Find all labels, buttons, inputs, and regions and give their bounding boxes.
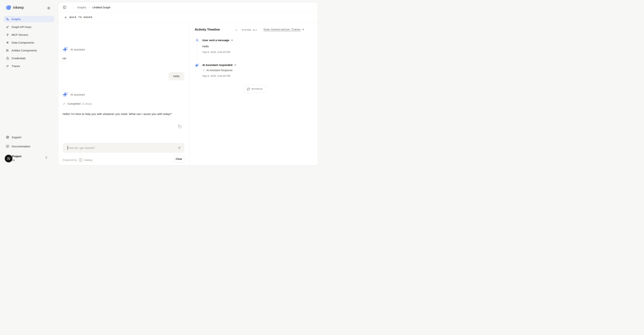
sparkles-icon xyxy=(62,47,68,52)
sidebar-item-artifact-components[interactable]: Artifact Components xyxy=(4,47,54,54)
book-open-icon xyxy=(6,145,9,148)
sidebar-item-label: Credentials xyxy=(12,57,26,60)
check-icon xyxy=(62,102,66,105)
timeline-event-time: Sep 6, 2025, 4:44:45 PM xyxy=(202,74,230,77)
assistant-message-1: Hi! xyxy=(62,56,66,61)
user-message-bubble: Hello xyxy=(168,72,184,80)
timeline-collapse-button[interactable] xyxy=(235,28,239,32)
diamonds-icon xyxy=(6,41,9,44)
send-button[interactable] xyxy=(177,146,182,150)
sidebar-item-mcp-servers[interactable]: MCP Servers xyxy=(4,32,54,38)
assistant-label: AI assistant xyxy=(70,48,85,51)
view-conversation-traces-link[interactable]: View Conversation Traces xyxy=(264,28,304,31)
clear-button[interactable]: Clear xyxy=(174,155,184,163)
library-icon xyxy=(6,49,9,52)
lifebuoy-icon xyxy=(6,136,9,139)
chevrons-up-down-icon xyxy=(45,156,48,159)
sparkles-icon xyxy=(195,63,199,68)
chevron-right-icon xyxy=(202,69,205,72)
sidebar-item-graphs[interactable]: Graphs xyxy=(4,16,54,22)
timeline-event-title[interactable]: User sent a message xyxy=(202,39,233,42)
project-name: Project xyxy=(12,155,22,158)
app-window: inkeep Graphs Graph API Keys xyxy=(0,0,322,168)
chat-input[interactable] xyxy=(68,143,172,153)
theme-toggle-button[interactable] xyxy=(47,5,52,11)
activity-icon xyxy=(6,64,9,68)
activity-timeline-panel: Activity Timeline EXPAND ALL View Conver… xyxy=(189,22,318,166)
inkeep-glyph-icon xyxy=(79,158,83,162)
timeline-event-time: Sep 6, 2025, 4:44:43 PM xyxy=(202,51,230,54)
arrow-up-right-icon xyxy=(234,64,236,66)
copy-icon xyxy=(178,125,183,128)
timeline-connector xyxy=(197,44,197,62)
timeline-event-title[interactable]: AI Assistant responded xyxy=(202,64,236,66)
breadcrumb-current: Untitled Graph xyxy=(92,6,110,9)
sidebar-item-label: Support xyxy=(12,136,22,139)
powered-by-label: Powered by xyxy=(62,158,77,162)
status-label: Completed xyxy=(68,102,80,105)
breadcrumb-separator: › xyxy=(89,6,90,9)
status-steps: (3 steps) xyxy=(82,102,92,105)
avatar-letter: N xyxy=(7,156,10,161)
powered-by-brand: inkeep xyxy=(84,158,92,162)
arrow-up-right-icon xyxy=(231,39,233,42)
sidebar-item-graph-api-keys[interactable]: Graph API Keys xyxy=(4,24,54,30)
divider xyxy=(73,5,74,9)
sparkles-icon xyxy=(62,92,68,97)
assistant-header-1: AI assistant xyxy=(62,47,85,52)
sidebar-item-support[interactable]: Support xyxy=(4,134,54,140)
status-row[interactable]: Completed (3 steps) xyxy=(62,102,92,105)
sidebar-item-credentials[interactable]: Credentials xyxy=(4,55,54,62)
key-icon xyxy=(6,25,9,28)
refresh-label: REFRESH xyxy=(252,88,263,90)
timeline-title: Activity Timeline xyxy=(195,28,220,32)
inkeep-logo xyxy=(5,5,12,10)
chat-input-container xyxy=(62,143,184,153)
sidebar-item-label: Data Components xyxy=(12,41,34,44)
sidebar-item-label: Traces xyxy=(12,64,20,68)
arrow-left-icon xyxy=(64,16,68,19)
powered-by[interactable]: Powered by inkeep xyxy=(62,158,92,162)
assistant-header-2: AI assistant xyxy=(62,92,85,97)
sidebar-footer-nav: Support Documentation xyxy=(4,134,54,152)
refresh-icon xyxy=(247,88,250,90)
sidebar-item-label: Graph API Keys xyxy=(12,25,32,28)
copy-button[interactable] xyxy=(178,124,183,129)
sidebar-item-label: MCP Servers xyxy=(12,33,28,36)
sun-icon xyxy=(47,6,52,10)
lock-icon xyxy=(6,57,9,60)
sidebar-item-documentation[interactable]: Documentation xyxy=(4,143,54,150)
back-bar: BACK TO GRAPH xyxy=(58,12,318,22)
assistant-label: AI assistant xyxy=(70,93,85,96)
assistant-message-2: Hello! I'm here to help you with whateve… xyxy=(62,112,185,116)
refresh-button[interactable]: REFRESH xyxy=(243,85,266,93)
sidebar-item-traces[interactable]: Traces xyxy=(4,63,54,69)
expand-all-button[interactable]: EXPAND ALL xyxy=(242,29,258,31)
sidebar-toggle-button[interactable] xyxy=(62,5,67,10)
chat-panel: AI assistant Hi! Hello AI assistant Comp… xyxy=(58,22,189,166)
timeline-event-body: Hello xyxy=(202,45,209,48)
avatar[interactable]: N xyxy=(5,155,12,162)
clear-label: Clear xyxy=(176,158,182,160)
scribble-icon xyxy=(6,33,9,36)
sidebar-nav: Graphs Graph API Keys MCP Servers Data C… xyxy=(4,16,54,70)
user-icon xyxy=(195,38,199,42)
workflow-icon xyxy=(6,18,9,21)
sidebar-item-data-components[interactable]: Data Components xyxy=(4,39,54,46)
sidebar-item-label: Documentation xyxy=(12,145,30,148)
sidebar: inkeep Graphs Graph API Keys xyxy=(0,0,58,168)
sidebar-item-label: Graphs xyxy=(12,18,21,21)
send-icon xyxy=(177,146,182,150)
logo-wordmark: inkeep xyxy=(13,6,24,10)
timeline-event-expand-row[interactable]: AI Assistant Response xyxy=(202,69,232,72)
breadcrumb-parent[interactable]: Graphs xyxy=(77,6,86,9)
back-to-graph-label: BACK TO GRAPH xyxy=(70,16,92,19)
breadcrumb-bar: Graphs › Untitled Graph xyxy=(58,2,318,12)
arrow-up-right-icon xyxy=(302,28,304,31)
back-to-graph-button[interactable]: BACK TO GRAPH xyxy=(64,16,92,19)
sidebar-item-label: Artifact Components xyxy=(12,49,37,52)
chevron-down-icon xyxy=(235,29,239,32)
main-panel: Graphs › Untitled Graph BACK TO GRAPH AI… xyxy=(58,2,318,166)
panel-left-icon xyxy=(63,6,66,9)
view-traces-label: View Conversation Traces xyxy=(264,28,300,31)
